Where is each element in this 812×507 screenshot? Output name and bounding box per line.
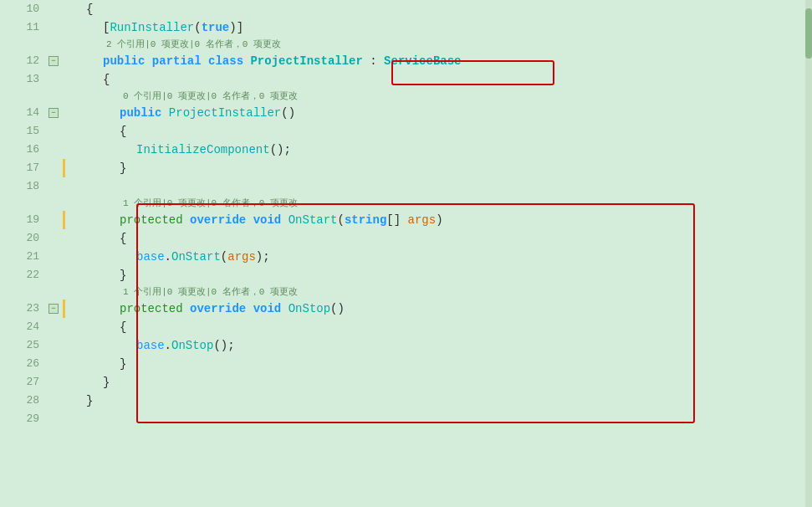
parens-16: ();	[270, 141, 291, 159]
semi21: );	[256, 248, 270, 266]
bracket-open: [	[103, 18, 110, 37]
colon: :	[363, 52, 384, 70]
kw-partial: partial	[152, 52, 202, 70]
gutter-12[interactable]: −	[46, 52, 63, 70]
code-line-25: base . OnStop ();	[69, 336, 812, 355]
sp23b	[246, 300, 253, 318]
line-num-meta1	[0, 37, 39, 52]
method-onstop: OnStop	[289, 300, 330, 318]
meta-line-refs4: 1 个引用|0 项更改|0 名作者，0 项更改	[69, 284, 812, 300]
kw-override-23: override	[190, 300, 246, 318]
code-line-22: }	[69, 266, 812, 284]
sp23c	[281, 300, 288, 318]
scrollbar-thumb[interactable]	[805, 8, 812, 59]
kw-protected-23: protected	[120, 300, 183, 318]
brace-open: {	[86, 0, 93, 18]
brace-open-13: {	[103, 70, 110, 89]
gutter-18	[46, 177, 63, 196]
fold-btn-14[interactable]: −	[49, 108, 59, 118]
gutter-23[interactable]: −	[46, 300, 63, 318]
gutter-22	[46, 266, 63, 284]
line-num-10: 10	[0, 0, 39, 18]
scrollbar[interactable]	[805, 0, 812, 507]
line-num-meta2	[0, 89, 39, 104]
meta-line-refs3: 1 个引用|0 项更改|0 名作者，0 项更改	[69, 196, 812, 211]
code-editor: 10 11 12 13 14 15 16 17 18 19 20 21 22 2…	[0, 0, 812, 507]
gutter-28	[46, 392, 63, 410]
line-num-12: 12	[0, 52, 39, 70]
gutter: − − −	[46, 0, 63, 507]
paren19a: (	[337, 211, 344, 229]
code-line-11: [RunInstaller(true)]	[69, 18, 812, 37]
code-line-18	[69, 177, 812, 196]
gutter-meta2	[46, 89, 63, 104]
dot-21: .	[165, 248, 171, 266]
meta-text-3: 1 个引用|0 项更改|0 名作者，0 项更改	[123, 196, 298, 211]
kw-string: string	[345, 211, 386, 229]
parens-14: ()	[281, 104, 295, 122]
line-num-26: 26	[0, 355, 39, 373]
kw-override-19: override	[190, 211, 246, 229]
gutter-14[interactable]: −	[46, 104, 63, 122]
meta-line-refs2: 0 个引用|0 项更改|0 名作者，0 项更改	[69, 89, 812, 104]
gutter-16	[46, 141, 63, 159]
gutter-26	[46, 355, 63, 373]
brace-close-22: }	[120, 266, 126, 284]
param-args-21: args	[227, 248, 256, 266]
meta-text-2: 0 个引用|0 项更改|0 名作者，0 项更改	[123, 89, 298, 104]
gutter-15	[46, 122, 63, 141]
line-num-15: 15	[0, 122, 39, 141]
brace-close-27: }	[103, 373, 110, 392]
fold-btn-23[interactable]: −	[49, 304, 59, 314]
param-args: args	[408, 211, 437, 229]
line-num-16: 16	[0, 141, 39, 159]
method-onstop-call: OnStop	[171, 336, 213, 355]
bracket-paren: (	[194, 18, 201, 37]
code-line-21: base . OnStart ( args );	[69, 248, 812, 266]
sp23a	[183, 300, 190, 318]
bracket-close: )]	[229, 18, 243, 37]
gutter-10	[46, 0, 63, 18]
kw-public-14: public	[120, 104, 161, 122]
paren19b: )	[436, 211, 442, 229]
gutter-meta4	[46, 284, 63, 300]
line-num-21: 21	[0, 248, 39, 266]
fold-btn-12[interactable]: −	[49, 56, 59, 66]
base-class: ServiceBase	[384, 52, 461, 70]
space3	[243, 52, 250, 70]
brace-15: {	[120, 122, 126, 141]
code-line-19: protected override void OnStart ( string…	[69, 211, 812, 229]
line-num-28: 28	[0, 392, 39, 410]
brace-24: {	[120, 318, 126, 336]
bar-23-yellow	[63, 300, 65, 318]
code-line-26: }	[69, 355, 812, 373]
line-num-meta3	[0, 196, 39, 211]
gutter-13	[46, 70, 63, 89]
code-line-13: {	[69, 70, 812, 89]
constructor-name: ProjectInstaller	[169, 104, 281, 122]
sp19a	[183, 211, 190, 229]
brace-close-26: }	[120, 355, 126, 373]
line-num-20: 20	[0, 229, 39, 248]
gutter-27	[46, 373, 63, 392]
kw-class: class	[208, 52, 243, 70]
paren21: (	[221, 248, 227, 266]
meta-text-4: 1 个引用|0 项更改|0 名作者，0 项更改	[123, 284, 298, 300]
line-num-11: 11	[0, 18, 39, 37]
method-onstart-call: OnStart	[171, 248, 221, 266]
code-line-24: {	[69, 318, 812, 336]
line-numbers: 10 11 12 13 14 15 16 17 18 19 20 21 22 2…	[0, 0, 46, 507]
line-num-17: 17	[0, 159, 39, 177]
class-name: ProjectInstaller	[250, 52, 362, 70]
code-line-23: protected override void OnStop ()	[69, 300, 812, 318]
bar-19-yellow	[63, 211, 65, 229]
line-num-13: 13	[0, 70, 39, 89]
arr19: []	[386, 211, 407, 229]
parens-25: ();	[213, 336, 234, 355]
code-line-28: }	[69, 392, 812, 410]
kw-public: public	[103, 52, 145, 70]
brace-close-28: }	[86, 392, 93, 410]
gutter-20	[46, 229, 63, 248]
line-num-18: 18	[0, 177, 39, 196]
line-num-23: 23	[0, 300, 39, 318]
